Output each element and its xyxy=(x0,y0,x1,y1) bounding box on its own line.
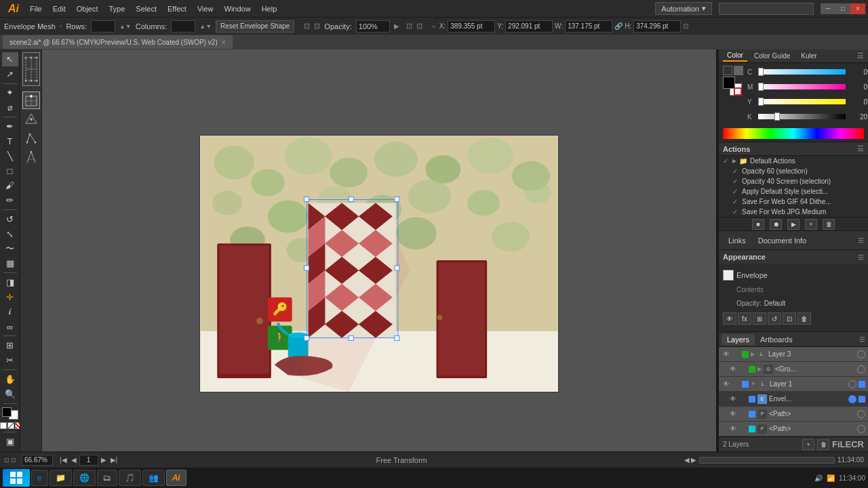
x-coord-input[interactable] xyxy=(448,20,495,33)
screen-mode-button[interactable]: ▣ xyxy=(2,434,18,449)
layer3-target[interactable] xyxy=(857,350,865,359)
rect-tool[interactable]: □ xyxy=(2,164,18,178)
taskbar-explorer[interactable]: 🗂 xyxy=(97,470,117,486)
zoom-input[interactable] xyxy=(22,455,53,466)
group-target[interactable] xyxy=(857,365,865,373)
line-tool[interactable]: ╲ xyxy=(2,149,18,163)
appear-dup-btn[interactable]: ⊡ xyxy=(783,312,796,325)
color-spectrum[interactable] xyxy=(723,128,864,139)
next-page-btn[interactable]: ▶ xyxy=(100,456,108,464)
taskbar-folder[interactable]: 📁 xyxy=(50,470,72,486)
graph-tool[interactable]: ▦ xyxy=(2,256,18,270)
rows-input[interactable] xyxy=(91,20,115,33)
new-layer-btn[interactable]: + xyxy=(802,439,814,450)
envelope-visibility[interactable]: 👁 xyxy=(728,394,738,404)
path1-target[interactable] xyxy=(857,410,865,418)
mesh-tool[interactable]: ✛ xyxy=(2,290,18,304)
action-item-2[interactable]: ✓ Opacity 40 Screen (selection) xyxy=(719,176,868,186)
slice-tool[interactable]: ✂ xyxy=(2,353,18,367)
file-tab[interactable]: scene2.ai* @ 66.67% (CMYK/Preview/U.S. W… xyxy=(3,35,233,49)
envelope-target[interactable] xyxy=(848,395,856,403)
last-page-btn[interactable]: ▶| xyxy=(109,456,119,464)
document-info-tab[interactable]: Document Info xyxy=(753,235,812,246)
m-slider[interactable] xyxy=(758,84,846,89)
layers-panel-options[interactable]: ☰ xyxy=(859,336,865,343)
taskbar-teamviewer[interactable]: 👥 xyxy=(142,470,165,486)
layer-row-path1[interactable]: 👁 P <Path> xyxy=(719,407,868,422)
paintbrush-tool[interactable]: 🖌 xyxy=(2,178,18,192)
layer-row-envelope[interactable]: 👁 E Envel... xyxy=(719,392,868,407)
close-button[interactable]: × xyxy=(850,3,865,14)
pencil-tool[interactable]: ✏ xyxy=(2,193,18,207)
first-page-btn[interactable]: |◀ xyxy=(58,456,68,464)
layer1-visibility[interactable]: 👁 xyxy=(722,380,731,389)
none-swatch[interactable] xyxy=(0,422,7,429)
lasso-tool[interactable]: ⌀ xyxy=(2,100,18,115)
taskbar-media[interactable]: 🎵 xyxy=(119,470,141,486)
magic-wand-tool[interactable]: ✦ xyxy=(2,86,18,100)
artboard-tool[interactable]: ⊞ xyxy=(2,338,18,352)
actions-panel-options[interactable]: ☰ xyxy=(857,144,864,153)
zoom-tool[interactable]: 🔍 xyxy=(2,387,18,401)
menu-file[interactable]: File xyxy=(24,2,47,16)
links-panel-options[interactable]: ☰ xyxy=(858,237,864,244)
appear-filter-btn[interactable]: fx xyxy=(738,312,751,325)
stroke-color-swatch[interactable] xyxy=(2,407,12,417)
layer-row-group[interactable]: 👁 ▶ G <Gro... xyxy=(719,362,868,377)
y-slider[interactable] xyxy=(758,99,846,104)
windows-start-button[interactable] xyxy=(3,469,30,487)
scale-tool[interactable]: ⤡ xyxy=(2,227,18,241)
tab-close-button[interactable]: × xyxy=(222,39,226,46)
menu-help[interactable]: Help xyxy=(256,2,283,16)
opacity-input[interactable] xyxy=(356,20,390,33)
h-coord-input[interactable] xyxy=(633,20,681,33)
appear-del-btn[interactable]: 🗑 xyxy=(797,312,811,325)
envelope-tool-2[interactable] xyxy=(22,110,40,128)
envelope-mesh-tool-active[interactable] xyxy=(22,92,40,109)
envelope-tool-3[interactable] xyxy=(22,129,40,147)
appearance-swatch[interactable] xyxy=(723,270,734,281)
selection-tool[interactable]: ↖ xyxy=(2,52,18,66)
action-item-5[interactable]: ✓ Save For Web JPG Medium xyxy=(719,207,868,217)
actions-delete-btn[interactable]: 🗑 xyxy=(823,219,835,230)
search-input[interactable] xyxy=(719,3,814,15)
hand-tool[interactable]: ✋ xyxy=(2,372,18,386)
maximize-button[interactable]: □ xyxy=(835,3,850,14)
direct-select-tool[interactable]: ↗ xyxy=(2,67,18,81)
type-tool[interactable]: T xyxy=(2,134,18,148)
color-tab[interactable]: Color xyxy=(723,50,747,62)
delete-layer-btn[interactable]: 🗑 xyxy=(817,439,829,450)
w-coord-input[interactable] xyxy=(565,20,612,33)
group-visibility[interactable]: 👁 xyxy=(728,365,738,374)
warp-tool[interactable]: 〜 xyxy=(2,242,18,256)
taskbar-illustrator[interactable]: Ai xyxy=(166,470,186,486)
reset-envelope-button[interactable]: Reset Envelope Shape xyxy=(216,20,294,33)
taskbar-ie[interactable]: e xyxy=(31,470,48,486)
action-item-0[interactable]: ✓ ▶ 📁 Default Actions xyxy=(719,156,868,166)
actions-play-btn[interactable]: ▶ xyxy=(787,219,800,230)
cols-input[interactable] xyxy=(171,20,195,33)
layers-tab[interactable]: Layers xyxy=(722,334,755,345)
pen-tool[interactable]: ✒ xyxy=(2,119,18,134)
minimize-button[interactable]: ─ xyxy=(821,3,835,14)
appear-new-btn[interactable]: ⊞ xyxy=(753,312,766,325)
layer3-visibility[interactable]: 👁 xyxy=(722,350,731,359)
color-mode-icon2[interactable] xyxy=(734,66,743,75)
path2-visibility[interactable]: 👁 xyxy=(728,424,738,434)
actions-stop-btn[interactable]: ■ xyxy=(752,219,764,230)
menu-type[interactable]: Type xyxy=(104,2,131,16)
color-guide-tab[interactable]: Color Guide xyxy=(750,51,794,61)
layer-row-3[interactable]: 👁 ▶ L Layer 3 xyxy=(719,347,868,362)
c-slider[interactable] xyxy=(758,69,846,75)
page-input[interactable] xyxy=(79,455,98,466)
gradient-swatch[interactable] xyxy=(7,422,14,429)
links-tab[interactable]: Links xyxy=(723,235,751,246)
actions-new-btn[interactable]: + xyxy=(805,219,817,230)
progress-bar[interactable] xyxy=(699,457,835,464)
menu-object[interactable]: Object xyxy=(71,2,104,16)
artboards-tab[interactable]: Artboards xyxy=(755,334,798,345)
color-panel-options[interactable]: ☰ xyxy=(857,52,864,60)
appearance-panel-options[interactable]: ☰ xyxy=(858,253,864,261)
menu-select[interactable]: Select xyxy=(130,2,162,16)
action-item-3[interactable]: ✓ Apply Default Style (selecti... xyxy=(719,186,868,197)
